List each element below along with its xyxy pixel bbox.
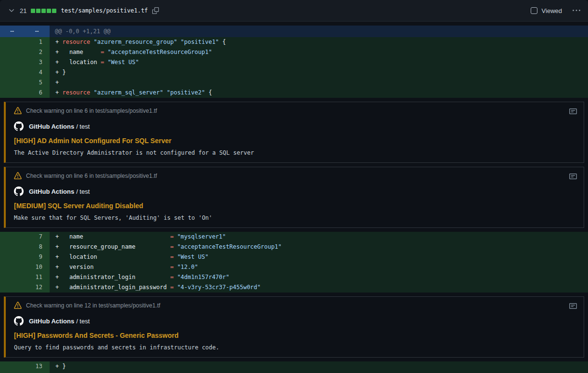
diffstat: [31, 9, 56, 13]
warning-triangle-icon: [14, 172, 22, 180]
annotation-body: GitHub Actions/ test[MEDIUM] SQL Server …: [6, 181, 584, 227]
viewed-toggle[interactable]: Viewed: [531, 7, 562, 14]
code-line: + administrator_login = "4dm1n157r470r": [50, 272, 588, 282]
diffstat-block: [41, 9, 46, 13]
check-source-name: GitHub Actions: [29, 188, 74, 195]
check-source-name: GitHub Actions: [29, 318, 74, 325]
code-line: + location = "West US": [50, 57, 588, 67]
code-line: + resource "azurerm_sql_server" "positiv…: [50, 88, 588, 98]
kebab-menu-icon[interactable]: [573, 7, 580, 14]
diff-row: 4+ }: [0, 67, 588, 78]
diffstat-block: [47, 9, 51, 13]
diff-file-card: 21 test/samples/positive1.tf Viewed ⋯ ⋯ …: [0, 0, 588, 373]
diff-row: 9+ location = "West US": [0, 252, 588, 262]
github-logo-icon: [14, 186, 24, 196]
code-line: +: [50, 78, 588, 88]
changes-count: 21: [20, 7, 26, 14]
annotation-copy-button[interactable]: [569, 302, 577, 310]
check-source-suffix: / test: [76, 123, 90, 130]
line-number[interactable]: 13: [0, 361, 50, 372]
hunk-gutter: ⋯ ⋯: [0, 26, 50, 37]
annotation-header: Check warning on line 6 in test/samples/…: [6, 167, 584, 181]
annotation-context: Check warning on line 6 in test/samples/…: [26, 107, 157, 114]
diff-row: 11+ administrator_login = "4dm1n157r470r…: [0, 272, 588, 282]
code-line: + name = "acceptanceTestResourceGroup1": [50, 47, 588, 57]
check-source-link[interactable]: GitHub Actions/ test: [14, 186, 576, 196]
annotation-copy-button[interactable]: [569, 107, 577, 115]
annotation-context: Check warning on line 6 in test/samples/…: [26, 173, 157, 179]
viewed-checkbox[interactable]: [531, 7, 537, 14]
annotation-title: [HIGH] AD Admin Not Configured For SQL S…: [14, 137, 576, 145]
diffstat-block: [31, 9, 35, 13]
warning-triangle-icon: [14, 107, 22, 115]
diff-row: 3+ location = "West US": [0, 57, 588, 67]
diff-row: 8+ resource_group_name = "acceptanceTest…: [0, 242, 588, 252]
check-source-name: GitHub Actions: [29, 123, 74, 130]
diff-row: 7+ name = "mysqlserver1": [0, 232, 588, 242]
diff-row: 10+ version = "12.0": [0, 262, 588, 272]
diff-row: 2+ name = "acceptanceTestResourceGroup1": [0, 47, 588, 57]
file-path-link[interactable]: test/samples/positive1.tf: [61, 7, 148, 14]
line-number[interactable]: 1: [0, 37, 50, 47]
line-number[interactable]: 7: [0, 232, 50, 242]
annotation-message: Make sure that for SQL Servers, 'Auditin…: [14, 214, 576, 221]
diff-stream: 1+ resource "azurerm_resource_group" "po…: [0, 37, 588, 373]
annotation-body: GitHub Actions/ test[HIGH] AD Admin Not …: [6, 116, 584, 162]
diff-row: 5+: [0, 78, 588, 88]
github-actions-avatar[interactable]: [14, 316, 24, 326]
check-annotation: Check warning on line 6 in test/samples/…: [4, 167, 584, 228]
expand-diff-up-button[interactable]: ⋯: [0, 26, 25, 37]
annotation-note-icon: [569, 107, 577, 115]
code-line: + administrator_login_password = "4-v3ry…: [50, 282, 588, 293]
github-actions-avatar[interactable]: [14, 186, 24, 196]
copy-path-icon[interactable]: [152, 7, 159, 14]
check-annotation: Check warning on line 12 in test/samples…: [4, 296, 584, 358]
warning-triangle-icon: [14, 302, 22, 309]
annotation-title: [HIGH] Passwords And Secrets - Generic P…: [14, 332, 576, 339]
line-number[interactable]: 9: [0, 252, 50, 262]
code-line: + resource_group_name = "acceptanceTestR…: [50, 242, 588, 252]
code-line: + version = "12.0": [50, 262, 588, 272]
annotation-message: The Active Directory Administrator is no…: [14, 149, 576, 156]
code-line: + }: [50, 67, 588, 78]
annotation-title: [MEDIUM] SQL Server Auditing Disabled: [14, 202, 576, 210]
annotation-note-icon: [569, 173, 577, 180]
diff-row: 12+ administrator_login_password = "4-v3…: [0, 282, 588, 293]
code-line: + resource "azurerm_resource_group" "pos…: [50, 37, 588, 47]
annotation-header: Check warning on line 6 in test/samples/…: [6, 102, 584, 116]
code-line: + location = "West US": [50, 252, 588, 262]
diff-row: 1+ resource "azurerm_resource_group" "po…: [0, 37, 588, 47]
check-source-suffix: / test: [76, 188, 90, 195]
line-number[interactable]: 3: [0, 57, 50, 67]
github-logo-icon: [14, 121, 24, 131]
code-line: + }: [50, 361, 588, 372]
line-number[interactable]: 8: [0, 242, 50, 252]
annotation-note-icon: [569, 302, 577, 310]
check-source-link[interactable]: GitHub Actions/ test: [14, 316, 576, 326]
check-source-link[interactable]: GitHub Actions/ test: [14, 121, 576, 131]
line-number[interactable]: 5: [0, 78, 50, 88]
line-number[interactable]: 6: [0, 88, 50, 98]
line-number[interactable]: 4: [0, 67, 50, 78]
line-number[interactable]: 12: [0, 282, 50, 293]
check-annotation: Check warning on line 6 in test/samples/…: [4, 102, 584, 163]
github-logo-icon: [14, 316, 24, 326]
collapse-chevron-icon[interactable]: [8, 7, 15, 14]
annotation-context: Check warning on line 12 in test/samples…: [26, 302, 160, 309]
file-header: 21 test/samples/positive1.tf Viewed: [0, 0, 588, 22]
annotation-copy-button[interactable]: [569, 173, 577, 180]
diffstat-block: [52, 9, 56, 13]
check-source-suffix: / test: [76, 318, 90, 325]
line-number[interactable]: 10: [0, 262, 50, 272]
diffstat-block: [36, 9, 40, 13]
diff-row: 6+ resource "azurerm_sql_server" "positi…: [0, 88, 588, 98]
hunk-header: ⋯ ⋯ @@ -0,0 +1,21 @@: [0, 26, 588, 37]
code-line: + name = "mysqlserver1": [50, 232, 588, 242]
annotation-header: Check warning on line 12 in test/samples…: [6, 297, 584, 311]
expand-diff-down-button[interactable]: ⋯: [25, 26, 50, 37]
viewed-label: Viewed: [542, 7, 562, 14]
github-actions-avatar[interactable]: [14, 121, 24, 131]
line-number[interactable]: 11: [0, 272, 50, 282]
line-number[interactable]: 2: [0, 47, 50, 57]
annotation-body: GitHub Actions/ test[HIGH] Passwords And…: [6, 311, 584, 357]
